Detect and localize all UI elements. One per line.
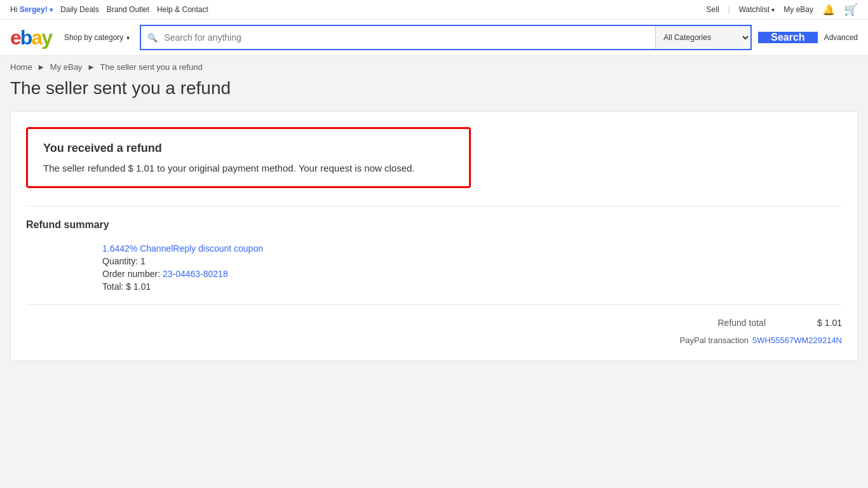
divider2 bbox=[26, 304, 842, 305]
logo-e: e bbox=[10, 26, 20, 49]
watchlist-label: Watchlist bbox=[739, 5, 770, 14]
advanced-search-link[interactable]: Advanced bbox=[824, 33, 858, 42]
watchlist-link[interactable]: Watchlist ▾ bbox=[739, 5, 775, 14]
shop-by-category-label: Shop by category bbox=[64, 33, 123, 42]
refund-total-amount: $ 1.01 bbox=[804, 318, 842, 328]
refund-summary-title: Refund summary bbox=[26, 219, 842, 231]
breadcrumb-current: The seller sent you a refund bbox=[100, 62, 202, 72]
refund-notice-box: You received a refund The seller refunde… bbox=[26, 127, 471, 188]
divider1 bbox=[26, 206, 842, 207]
greeting-text: Hi Sergey! ▾ bbox=[10, 5, 53, 14]
brand-outlet-link[interactable]: Brand Outlet bbox=[107, 5, 149, 14]
content-card: You received a refund The seller refunde… bbox=[10, 111, 858, 361]
order-number-link[interactable]: 23-04463-80218 bbox=[163, 269, 228, 279]
main-content: The seller sent you a refund You receive… bbox=[0, 78, 868, 374]
total-amount: $ 1.01 bbox=[126, 281, 151, 292]
breadcrumb-home-link[interactable]: Home bbox=[10, 62, 32, 72]
refund-total-row: Refund total $ 1.01 bbox=[26, 318, 842, 328]
search-bar: 🔍 All Categories bbox=[140, 25, 752, 50]
header: ebay Shop by category ▾ 🔍 All Categories… bbox=[0, 20, 868, 56]
refund-notice-text: The seller refunded $ 1.01 to your origi… bbox=[43, 163, 454, 173]
separator1: | bbox=[728, 5, 730, 14]
greeting-dropdown-icon[interactable]: ▾ bbox=[50, 6, 53, 13]
ebay-logo[interactable]: ebay bbox=[10, 27, 51, 48]
breadcrumb: Home ► My eBay ► The seller sent you a r… bbox=[0, 56, 868, 78]
shop-by-category-button[interactable]: Shop by category ▾ bbox=[60, 30, 133, 44]
search-input[interactable] bbox=[158, 26, 655, 49]
category-select[interactable]: All Categories bbox=[655, 26, 750, 49]
paypal-transaction-link[interactable]: 5WH55567WM229214N bbox=[752, 336, 842, 345]
top-navigation: Hi Sergey! ▾ Daily Deals Brand Outlet He… bbox=[0, 0, 868, 20]
sell-link[interactable]: Sell bbox=[707, 5, 719, 14]
logo-y: y bbox=[41, 26, 51, 49]
logo-text: ebay bbox=[10, 27, 51, 48]
breadcrumb-separator1: ► bbox=[37, 62, 47, 72]
watchlist-dropdown-icon: ▾ bbox=[771, 6, 775, 13]
breadcrumb-separator2: ► bbox=[87, 62, 97, 72]
shop-by-category-arrow-icon: ▾ bbox=[126, 34, 130, 41]
notifications-bell-icon[interactable]: 🔔 bbox=[822, 4, 835, 16]
my-ebay-link[interactable]: My eBay bbox=[783, 5, 813, 14]
daily-deals-link[interactable]: Daily Deals bbox=[60, 5, 99, 14]
search-icon: 🔍 bbox=[141, 26, 158, 49]
page-title: The seller sent you a refund bbox=[10, 78, 858, 98]
paypal-transaction-label: PayPal transaction bbox=[680, 336, 749, 345]
refund-item-order-row: Order number: 23-04463-80218 bbox=[102, 269, 842, 279]
refund-total-label: Refund total bbox=[718, 318, 766, 328]
help-contact-link[interactable]: Help & Contact bbox=[157, 5, 208, 14]
logo-b: b bbox=[20, 26, 32, 49]
username: Sergey! bbox=[20, 5, 48, 14]
refund-item-name-link[interactable]: 1.6442% ChannelReply discount coupon bbox=[102, 243, 263, 254]
refund-item-name-row: 1.6442% ChannelReply discount coupon bbox=[102, 243, 842, 254]
refund-item-total-row: Total: $ 1.01 bbox=[102, 281, 842, 292]
top-nav-right: Sell | Watchlist ▾ My eBay 🔔 🛒 bbox=[707, 3, 858, 17]
total-label: Total: bbox=[102, 281, 123, 292]
refund-notice-title: You received a refund bbox=[43, 142, 454, 155]
order-number-label: Order number: bbox=[102, 269, 160, 279]
breadcrumb-myebay-link[interactable]: My eBay bbox=[50, 62, 83, 72]
paypal-transaction-row: PayPal transaction 5WH55567WM229214N bbox=[26, 336, 842, 345]
logo-a: a bbox=[31, 26, 41, 49]
cart-icon[interactable]: 🛒 bbox=[844, 3, 858, 17]
order-number-value: 23-04463-80218 bbox=[163, 269, 228, 279]
top-nav-left: Hi Sergey! ▾ Daily Deals Brand Outlet He… bbox=[10, 5, 208, 14]
search-button[interactable]: Search bbox=[758, 32, 817, 43]
refund-item-quantity: Quantity: 1 bbox=[102, 256, 842, 266]
refund-item: 1.6442% ChannelReply discount coupon Qua… bbox=[102, 243, 842, 292]
